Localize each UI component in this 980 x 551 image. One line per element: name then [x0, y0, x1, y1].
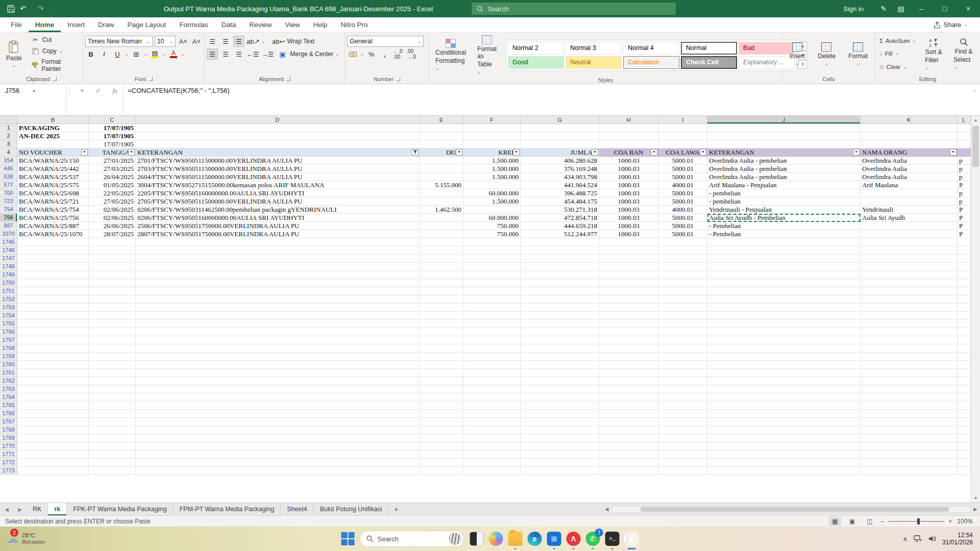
cell-L3[interactable] [958, 140, 971, 148]
cell-H1768[interactable] [599, 426, 658, 434]
cell-K3[interactable] [861, 140, 958, 148]
cell-B154[interactable]: BCA/WARNA/25/150 [17, 157, 89, 165]
cut-button[interactable]: ✂Cut [29, 35, 81, 45]
cell-E1772[interactable] [420, 459, 463, 467]
cell-D1762[interactable] [136, 377, 420, 385]
cell-H1760[interactable] [599, 361, 658, 369]
search-highlight-image[interactable] [449, 533, 461, 545]
sign-in-button[interactable]: Sign in [843, 5, 864, 13]
cell-F1755[interactable] [463, 320, 521, 328]
cell-F1749[interactable] [463, 271, 521, 279]
cell-E1748[interactable] [420, 263, 463, 271]
increase-decimal-icon[interactable]: ←.0.00 [393, 48, 404, 60]
cell-B445[interactable]: BCA/WARNA/25/442 [17, 165, 89, 173]
cell-F538[interactable]: 1.500.000 [463, 173, 521, 181]
sheet-tab-sheet4[interactable]: Sheet4 [281, 503, 314, 515]
cell-G1766[interactable] [521, 410, 599, 418]
cell-J1757[interactable] [707, 336, 861, 344]
cell-E445[interactable] [420, 165, 463, 173]
cell-H700[interactable]: 1000.03 [599, 189, 658, 197]
cell-D1745[interactable] [136, 238, 420, 246]
cell-J577[interactable]: Arif Maulana - Penjualan [707, 181, 861, 189]
cell-H1773[interactable] [599, 467, 658, 475]
cell-L1768[interactable] [958, 426, 971, 434]
cell-G1761[interactable] [521, 369, 599, 377]
cell-I1766[interactable] [658, 410, 707, 418]
cell-D887[interactable]: 2506/FTSCY/WS95051750000.00VERLINDRA AUL… [136, 222, 420, 230]
row-number-154[interactable]: 154 [0, 157, 17, 165]
cell-L1759[interactable] [958, 353, 971, 361]
cell-K700[interactable] [861, 189, 958, 197]
cell-K1070[interactable] [861, 230, 958, 238]
row-number-1755[interactable]: 1755 [0, 320, 17, 328]
cell-E1750[interactable] [420, 279, 463, 287]
cell-D1755[interactable] [136, 320, 420, 328]
cell-K1755[interactable] [861, 320, 958, 328]
column-header-G[interactable]: G [521, 116, 599, 123]
cell-D2[interactable] [136, 132, 420, 140]
cell-H1753[interactable] [599, 304, 658, 312]
cell-I1758[interactable] [658, 344, 707, 353]
taskbar-search[interactable]: Search [360, 531, 464, 547]
row-number-723[interactable]: 723 [0, 197, 17, 206]
row-number-1761[interactable]: 1761 [0, 369, 17, 377]
cell-H1762[interactable] [599, 377, 658, 385]
cell-B1749[interactable] [17, 271, 89, 279]
cell-J1766[interactable] [707, 410, 861, 418]
cell-B1757[interactable] [17, 336, 89, 344]
column-header-D[interactable]: D [136, 116, 420, 123]
font-dialog-launcher-icon[interactable] [149, 77, 153, 81]
menu-tab-formulas[interactable]: Formulas [173, 17, 214, 32]
cell-L1755[interactable] [958, 320, 971, 328]
sheet-tab-rk[interactable]: rk [48, 503, 67, 515]
cell-G1746[interactable] [521, 246, 599, 255]
menu-tab-insert[interactable]: Insert [61, 17, 91, 32]
pen-mode-icon[interactable]: ✎ [875, 5, 892, 13]
cell-E3[interactable] [420, 140, 463, 148]
cell-K1769[interactable] [861, 434, 958, 442]
cell-B1769[interactable] [17, 434, 89, 442]
cell-H1759[interactable] [599, 353, 658, 361]
cell-D1767[interactable] [136, 418, 420, 426]
cell-C754[interactable]: 02/06/2025 [89, 206, 136, 214]
cell-B1773[interactable] [17, 467, 89, 475]
cell-D1749[interactable] [136, 271, 420, 279]
cell-B1747[interactable] [17, 255, 89, 263]
cell-D723[interactable]: 2705/FTSCY/WS950511500000.00VERLINDRA AU… [136, 197, 420, 206]
cell-K1762[interactable] [861, 377, 958, 385]
alignment-dialog-launcher-icon[interactable] [286, 77, 290, 81]
enter-formula-icon[interactable]: ✓ [95, 87, 101, 94]
cell-D1761[interactable] [136, 369, 420, 377]
cell-K1754[interactable] [861, 312, 958, 320]
cell-J887[interactable]: - Pembelian [707, 222, 861, 230]
cell-E1765[interactable] [420, 402, 463, 410]
cell-E1749[interactable] [420, 271, 463, 279]
cell-D445[interactable]: 2703/FTSCY/WS950511500000.00VERLINDRA AU… [136, 165, 420, 173]
cell-J1754[interactable] [707, 312, 861, 320]
row-number-1752[interactable]: 1752 [0, 295, 17, 304]
row-number-1758[interactable]: 1758 [0, 344, 17, 353]
cell-F577[interactable] [463, 181, 521, 189]
cell-L723[interactable]: p [958, 197, 971, 206]
cell-J1765[interactable] [707, 402, 861, 410]
cell-H1070[interactable]: 1000.03 [599, 230, 658, 238]
cell-K754[interactable]: Yendrinauli [861, 206, 958, 214]
cell-H1745[interactable] [599, 238, 658, 246]
column-header-E[interactable]: E [420, 116, 463, 123]
cell-style-normal-2[interactable]: Normal 2 [508, 42, 564, 55]
clipboard-dialog-launcher-icon[interactable] [53, 77, 57, 81]
cell-E1745[interactable] [420, 238, 463, 246]
cell-B577[interactable]: BCA/WARNA/25/575 [17, 181, 89, 189]
cell-G1767[interactable] [521, 418, 599, 426]
cell-I1760[interactable] [658, 361, 707, 369]
cell-E1768[interactable] [420, 426, 463, 434]
cell-G1772[interactable] [521, 459, 599, 467]
cell-J1773[interactable] [707, 467, 861, 475]
share-button[interactable]: Share ⌄ [934, 21, 968, 29]
cell-K1752[interactable] [861, 295, 958, 304]
cell-F887[interactable]: 750.000 [463, 222, 521, 230]
cell-H1754[interactable] [599, 312, 658, 320]
cell-D538[interactable]: 2604/FTSCY/WS950511500000.00VERLINDRA AU… [136, 173, 420, 181]
cell-I723[interactable]: 5000.01 [658, 197, 707, 206]
cell-H1752[interactable] [599, 295, 658, 304]
